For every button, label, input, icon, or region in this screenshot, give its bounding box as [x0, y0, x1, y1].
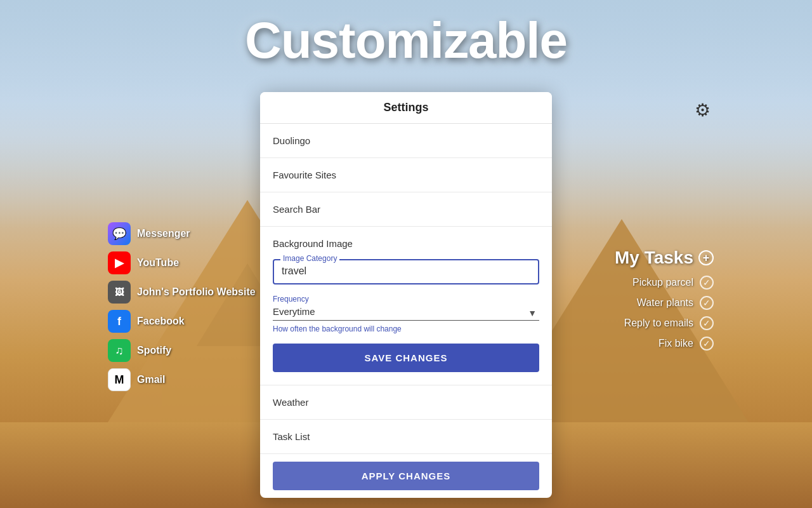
save-changes-button[interactable]: SAVE CHANGES [273, 344, 539, 372]
settings-search-bar[interactable]: Search Bar [260, 192, 552, 227]
background-image-section: Background Image Image Category Frequenc… [260, 227, 552, 385]
settings-modal: Settings Duolingo Favourite Sites Search… [260, 92, 552, 498]
settings-weather[interactable]: Weather [260, 385, 552, 420]
image-category-input[interactable] [282, 265, 530, 277]
settings-favourite-sites[interactable]: Favourite Sites [260, 158, 552, 192]
frequency-select[interactable]: Everytime Daily Weekly Never [273, 306, 539, 317]
frequency-select-wrapper: Everytime Daily Weekly Never ▼ [273, 306, 539, 321]
settings-task-list[interactable]: Task List [260, 420, 552, 454]
frequency-group: Frequency Everytime Daily Weekly Never ▼… [273, 295, 539, 333]
apply-changes-button[interactable]: APPLY CHANGES [273, 462, 539, 490]
apply-section: APPLY CHANGES [260, 454, 552, 498]
modal-overlay: Settings Duolingo Favourite Sites Search… [0, 0, 812, 508]
frequency-hint: How often the background will change [273, 324, 539, 333]
frequency-label: Frequency [273, 295, 539, 304]
image-category-legend: Image Category [280, 254, 339, 263]
modal-title: Settings [260, 92, 552, 124]
image-category-group: Image Category [273, 259, 539, 284]
settings-duolingo[interactable]: Duolingo [260, 124, 552, 158]
